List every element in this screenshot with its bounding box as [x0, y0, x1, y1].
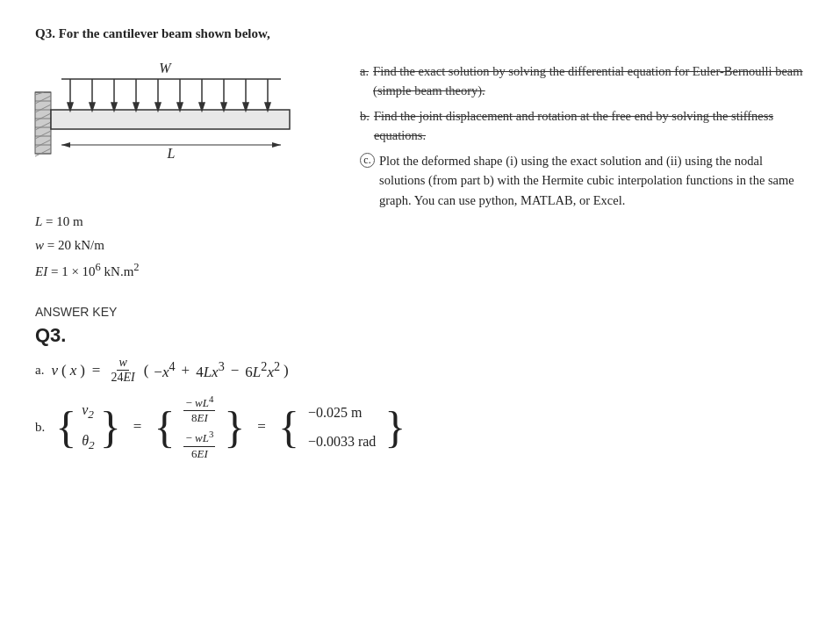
part-b-text: Find the joint displacement and rotation…: [374, 106, 805, 146]
answer-part-a: a. v(x) = w 24EI ( −x4 + 4Lx3 − 6L2x2 ): [35, 356, 805, 385]
part-c-text: Plot the deformed shape (i) using the ex…: [379, 151, 805, 210]
answer-b-matrix: { v2 θ2 } = { − wL4 8EI − wL3 6EI } =: [55, 393, 406, 461]
l-label: L: [167, 146, 176, 161]
answer-part-b: b. { v2 θ2 } = { − wL4 8EI − wL3 6EI: [35, 393, 805, 461]
svg-rect-17: [51, 110, 290, 129]
left-brace-open: {: [55, 405, 76, 449]
param-L: L = 10 m: [35, 210, 334, 234]
left-brace-close: }: [100, 405, 121, 449]
equals-2: =: [257, 418, 266, 436]
result-brace-open: {: [278, 405, 299, 449]
result-theta2: −0.0033 rad: [308, 427, 376, 457]
beam-parameters: L = 10 m w = 20 kN/m EI = 1 × 106 kN.m2: [35, 210, 334, 284]
part-c-question: c. Plot the deformed shape (i) using the…: [360, 151, 805, 210]
equals-1: =: [133, 418, 142, 436]
w-over-24EI: w 24EI: [109, 356, 136, 385]
result-v2: −0.025 m: [308, 398, 376, 428]
svg-marker-41: [272, 142, 281, 148]
answer-q3-label: Q3.: [35, 324, 805, 347]
beam-diagram: W L L = 10 m w = 20 kN/m EI = 1 × 106 kN…: [35, 57, 334, 284]
mid-brace-close: }: [224, 405, 245, 449]
answer-b-label: b.: [35, 420, 45, 435]
left-vector: v2 θ2: [82, 396, 95, 458]
part-c-label: c.: [360, 151, 375, 210]
circle-c: c.: [360, 153, 375, 168]
part-a-label: a.: [360, 61, 369, 101]
mid-brace-open: {: [154, 405, 175, 449]
answer-a-formula: v(x) = w 24EI ( −x4 + 4Lx3 − 6L2x2 ): [51, 356, 288, 385]
svg-marker-40: [61, 142, 70, 148]
q3-title-text: Q3. For the cantilever beam shown below,: [35, 26, 270, 40]
w-label: W: [159, 61, 172, 76]
part-a-question: a. Find the exact solution by solving th…: [360, 61, 805, 101]
part-b-label: b.: [360, 106, 370, 146]
theta2-entry: θ2: [82, 427, 95, 458]
param-EI: EI = 1 × 106 kN.m2: [35, 257, 334, 284]
wL4-fraction: − wL4 8EI: [183, 393, 215, 425]
result-brace-close: }: [384, 405, 406, 449]
param-w: w = 20 kN/m: [35, 234, 334, 257]
result-values-container: −0.025 m −0.0033 rad: [308, 398, 376, 457]
question-header: Q3. For the cantilever beam shown below,: [35, 26, 805, 41]
part-a-text: Find the exact solution by solving the d…: [373, 61, 805, 101]
rhs-fractions: − wL4 8EI − wL3 6EI: [182, 393, 217, 461]
answer-a-label: a.: [35, 363, 44, 378]
question-parts: a. Find the exact solution by solving th…: [360, 57, 805, 284]
part-b-question: b. Find the joint displacement and rotat…: [360, 106, 805, 146]
answer-section: ANSWER KEY Q3. a. v(x) = w 24EI ( −x4 + …: [35, 305, 805, 461]
beam-diagram-svg: W L: [35, 57, 316, 198]
v2-entry: v2: [82, 396, 94, 427]
wL3-fraction: − wL3 6EI: [183, 429, 215, 460]
answer-key-label: ANSWER KEY: [35, 305, 805, 319]
